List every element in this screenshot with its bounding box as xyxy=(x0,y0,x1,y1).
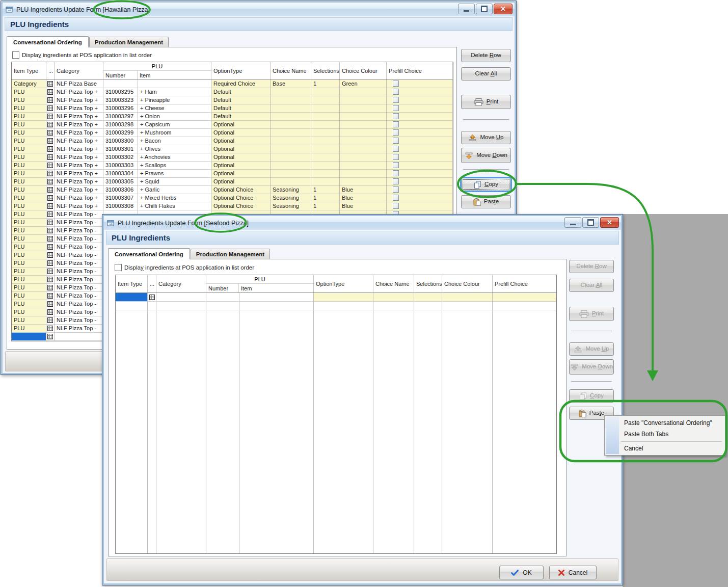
menu-item-cancel[interactable]: Cancel xyxy=(620,443,724,454)
cell-choice-name[interactable] xyxy=(271,129,311,137)
cell-choice-colour[interactable] xyxy=(442,302,493,310)
cell-choice-name[interactable] xyxy=(271,145,311,153)
row-options-button[interactable] xyxy=(47,277,53,282)
cell-dots[interactable] xyxy=(46,178,55,186)
cell-item-type[interactable]: PLU xyxy=(12,129,46,137)
cell-dots[interactable] xyxy=(46,219,55,227)
cell-choice-colour[interactable] xyxy=(340,162,387,170)
prefill-checkbox[interactable] xyxy=(393,81,399,87)
cell-dots[interactable] xyxy=(46,194,55,202)
cell-option-type[interactable]: Optional Choice xyxy=(211,202,271,210)
cell-item-type[interactable]: PLU xyxy=(12,219,46,227)
cell-item-type[interactable]: PLU xyxy=(12,96,46,104)
table-row[interactable]: PLUNLF Pizza Top +310003303+ ScallopsOpt… xyxy=(12,162,453,170)
cell-item-type[interactable]: Category xyxy=(12,80,46,88)
cell-prefill[interactable] xyxy=(387,104,453,113)
cell-category[interactable]: NLF Pizza Top + xyxy=(55,113,103,121)
cell-number[interactable]: 310003300 xyxy=(103,137,138,145)
cell-choice-colour[interactable] xyxy=(340,178,387,186)
cell-category[interactable]: NLF Pizza Top - xyxy=(55,308,103,316)
cell-prefill[interactable] xyxy=(387,162,453,170)
cell-item[interactable]: + Pineapple xyxy=(138,96,211,104)
cell-category[interactable]: NLF Pizza Top + xyxy=(55,194,103,202)
row-options-button[interactable] xyxy=(47,244,53,250)
prefill-checkbox[interactable] xyxy=(393,113,399,119)
prefill-checkbox[interactable] xyxy=(393,105,399,111)
cell-item-type[interactable]: PLU xyxy=(12,121,46,129)
cell-choice-name[interactable] xyxy=(271,88,311,96)
cell-item-type[interactable]: PLU xyxy=(12,88,46,96)
cell-dots[interactable] xyxy=(46,235,55,243)
cell-category[interactable]: NLF Pizza Top - xyxy=(55,210,103,219)
row-options-button[interactable] xyxy=(47,179,53,184)
table-row[interactable]: CategoryNLF Pizza BaseRequired ChoiceBas… xyxy=(12,80,453,88)
cell-number[interactable]: 310003296 xyxy=(103,104,138,113)
cell-choice-colour[interactable] xyxy=(340,129,387,137)
cell-option-type[interactable]: Optional xyxy=(211,121,271,129)
row-options-button[interactable] xyxy=(47,334,53,339)
cell-choice-name[interactable] xyxy=(271,178,311,186)
cell-category[interactable]: NLF Pizza Top + xyxy=(55,129,103,137)
cell-option-type[interactable]: Default xyxy=(211,104,271,113)
cell-option-type[interactable]: Optional xyxy=(211,137,271,145)
cell-choice-name[interactable] xyxy=(373,293,414,302)
cell-category[interactable]: NLF Pizza Top - xyxy=(55,300,103,308)
cell-category[interactable]: NLF Pizza Top - xyxy=(55,235,103,243)
cell-choice-name[interactable] xyxy=(271,96,311,104)
cell-selections[interactable] xyxy=(311,129,340,137)
cell-dots[interactable] xyxy=(46,121,55,129)
cell-category[interactable]: NLF Pizza Top + xyxy=(55,178,103,186)
cell-item-type[interactable]: PLU xyxy=(12,227,46,235)
cell-selections[interactable] xyxy=(311,121,340,129)
table-row[interactable]: PLUNLF Pizza Top +310003306+ GarlicOptio… xyxy=(12,186,453,194)
cell-category[interactable]: NLF Pizza Top - xyxy=(55,243,103,251)
cell-number[interactable]: 310003297 xyxy=(103,113,138,121)
cell-dots[interactable] xyxy=(46,80,55,88)
cell-choice-name[interactable]: Seasoning xyxy=(271,194,311,202)
cell-choice-name[interactable]: Seasoning xyxy=(271,202,311,210)
cell-category[interactable]: NLF Pizza Base xyxy=(55,80,103,88)
cell-category[interactable]: NLF Pizza Top - xyxy=(55,284,103,292)
prefill-checkbox[interactable] xyxy=(393,97,399,103)
cell-item-type[interactable]: PLU xyxy=(12,316,46,325)
delete-row-button[interactable]: Delete Row xyxy=(569,260,614,273)
delete-row-button[interactable]: Delete Row xyxy=(461,49,511,62)
cell-choice-colour[interactable] xyxy=(340,137,387,145)
cell-prefill[interactable] xyxy=(387,121,453,129)
cell-option-type[interactable]: Default xyxy=(211,88,271,96)
cell-item[interactable]: + Anchovies xyxy=(138,153,211,162)
cell-dots[interactable] xyxy=(46,170,55,178)
cell-item-type[interactable]: PLU xyxy=(12,202,46,210)
cell-dots[interactable] xyxy=(46,96,55,104)
cell-dots[interactable] xyxy=(46,268,55,276)
cell-prefill[interactable] xyxy=(387,88,453,96)
cell-category[interactable]: NLF Pizza Top - xyxy=(55,259,103,268)
cell-dots[interactable] xyxy=(46,308,55,316)
cell-category[interactable]: NLF Pizza Top + xyxy=(55,88,103,96)
cell-item[interactable]: + Ham xyxy=(138,88,211,96)
row-options-button[interactable] xyxy=(47,130,53,136)
cell-dots[interactable] xyxy=(46,316,55,325)
cell-item[interactable]: + Squid xyxy=(138,178,211,186)
cell-dots[interactable] xyxy=(46,292,55,300)
cell-dots[interactable] xyxy=(46,137,55,145)
table-row[interactable]: PLUNLF Pizza Top +310003296+ CheeseDefau… xyxy=(12,104,453,113)
cell-number[interactable]: 310003304 xyxy=(103,170,138,178)
table-row[interactable]: PLUNLF Pizza Top +310003302+ AnchoviesOp… xyxy=(12,153,453,162)
cell-choice-colour[interactable] xyxy=(442,293,493,302)
cell-item[interactable]: + Cheese xyxy=(138,104,211,113)
menu-item-paste-both-tabs[interactable]: Paste Both Tabs xyxy=(620,429,724,440)
cell-selections[interactable]: 1 xyxy=(311,186,340,194)
table-row[interactable]: PLUNLF Pizza Top +310003298+ CapsicumOpt… xyxy=(12,121,453,129)
table-row[interactable]: PLUNLF Pizza Top +310003305+ SquidOption… xyxy=(12,178,453,186)
cell-item-type[interactable]: PLU xyxy=(12,325,46,333)
cell-dots[interactable] xyxy=(46,284,55,292)
menu-item-paste-conversational-ordering[interactable]: Paste "Conversational Ordering" xyxy=(620,417,724,429)
cell-dots[interactable] xyxy=(46,186,55,194)
cell-dots[interactable] xyxy=(46,145,55,153)
cell-selections[interactable] xyxy=(311,88,340,96)
cell-number[interactable]: 310003301 xyxy=(103,145,138,153)
cell-number[interactable]: 310003305 xyxy=(103,178,138,186)
cell-choice-name[interactable] xyxy=(271,162,311,170)
cell-prefill[interactable] xyxy=(387,137,453,145)
